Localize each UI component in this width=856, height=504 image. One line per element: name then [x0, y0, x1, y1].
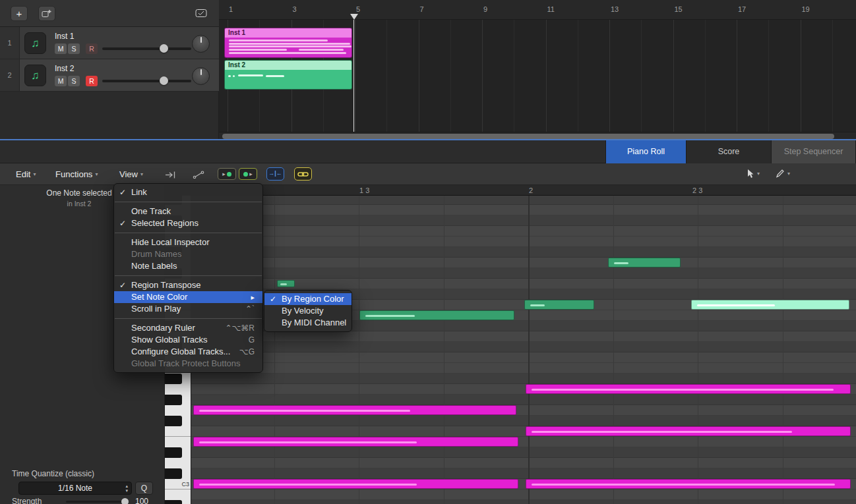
volume-slider-knob[interactable]: [160, 76, 168, 85]
pan-knob[interactable]: [192, 35, 210, 53]
pointer-tool-button[interactable]: ▾: [747, 169, 760, 179]
midi-region[interactable]: Inst 2: [224, 60, 352, 90]
black-key[interactable]: [165, 416, 191, 426]
menu-shortcut: G: [249, 334, 255, 346]
bar-number: 13: [611, 5, 619, 13]
stepper-icon[interactable]: ▴▾: [125, 484, 128, 493]
volume-slider[interactable]: [102, 80, 191, 82]
menu-item-by-region-color[interactable]: ✓By Region Color: [264, 293, 352, 305]
tab-piano-roll[interactable]: Piano Roll: [605, 140, 686, 163]
catch-playhead-icon[interactable]: [165, 170, 177, 182]
track-row-inst1[interactable]: 1 ♫ Inst 1 M S R: [0, 27, 219, 59]
menu-item-configure-global-tracks[interactable]: Configure Global Tracks...⌥G: [114, 346, 262, 358]
menu-item-by-velocity[interactable]: By Velocity: [264, 305, 352, 317]
track-row-inst2[interactable]: 2 ♫ Inst 2 M S R: [0, 59, 219, 92]
midi-note[interactable]: [193, 437, 518, 447]
edit-menu-button[interactable]: Edit▾: [16, 168, 36, 181]
scrollbar-handle[interactable]: [222, 134, 834, 139]
region-header[interactable]: Inst 1: [225, 28, 352, 38]
menu-item-label: Show Global Tracks: [131, 334, 208, 346]
menu-item-drum-names[interactable]: Drum Names: [114, 248, 262, 260]
midi-out-arrow-icon: ▸: [249, 171, 253, 177]
midi-note[interactable]: [526, 426, 851, 436]
bar-gridline: [419, 20, 419, 132]
playhead-marker[interactable]: [350, 14, 358, 20]
white-key[interactable]: C3: [165, 479, 191, 490]
mute-button[interactable]: M: [55, 76, 67, 86]
menu-item-link[interactable]: ✓Link: [114, 186, 262, 198]
record-enable-button[interactable]: R: [86, 43, 98, 54]
midi-note[interactable]: [691, 300, 849, 310]
white-key[interactable]: [165, 405, 191, 416]
black-key[interactable]: [165, 395, 191, 405]
piano-roll-ruler[interactable]: 1 322 3: [165, 185, 856, 196]
volume-slider[interactable]: [102, 47, 191, 50]
menu-item-label: One Track: [131, 206, 171, 217]
track-name[interactable]: Inst 1: [55, 32, 74, 41]
midi-in-toggle[interactable]: →|←: [266, 167, 284, 181]
velocity-line: [532, 431, 792, 433]
pan-knob[interactable]: [192, 67, 210, 85]
menu-item-global-track-protect-buttons[interactable]: Global Track Protect Buttons: [114, 358, 262, 370]
pencil-tool-button[interactable]: ▾: [776, 169, 790, 178]
midi-note[interactable]: [193, 405, 516, 415]
tab-score[interactable]: Score: [686, 140, 771, 163]
midi-note[interactable]: [524, 300, 594, 310]
midi-note[interactable]: [526, 479, 851, 489]
midi-out-indicator[interactable]: ▸: [239, 168, 257, 180]
midi-in-indicator[interactable]: ▸: [218, 168, 236, 180]
white-key[interactable]: [165, 458, 191, 468]
menu-item-selected-regions[interactable]: ✓Selected Regions: [114, 217, 262, 229]
automation-curve-icon[interactable]: [193, 170, 205, 182]
midi-note[interactable]: [359, 310, 514, 320]
menu-item-by-midi-channel[interactable]: By MIDI Channel: [264, 317, 352, 329]
record-enable-button[interactable]: R: [86, 76, 98, 86]
add-track-button[interactable]: +: [11, 6, 28, 21]
white-key[interactable]: [165, 426, 191, 437]
quantize-apply-button[interactable]: Q: [135, 482, 153, 495]
menu-item-region-transpose[interactable]: ✓Region Transpose: [114, 279, 262, 291]
link-mode-toggle[interactable]: [294, 167, 312, 181]
white-key[interactable]: [165, 437, 191, 447]
black-key[interactable]: [165, 447, 191, 458]
mute-button[interactable]: M: [55, 43, 67, 54]
white-key[interactable]: [165, 490, 191, 500]
menu-item-show-global-tracks[interactable]: Show Global TracksG: [114, 334, 262, 346]
tab-step-sequencer[interactable]: Step Sequencer: [771, 140, 856, 163]
solo-button[interactable]: S: [68, 76, 80, 86]
black-key[interactable]: [165, 500, 191, 504]
strength-slider[interactable]: [66, 501, 127, 503]
track-header-config-button[interactable]: [193, 7, 210, 20]
volume-slider-knob[interactable]: [160, 44, 168, 53]
grid-row: [191, 226, 856, 237]
menu-item-set-note-color[interactable]: Set Note Color▸: [114, 291, 262, 303]
bar-ruler[interactable]: 135791113151719: [219, 0, 856, 20]
menu-item-note-labels[interactable]: Note Labels: [114, 260, 262, 272]
strength-slider-knob[interactable]: [121, 498, 129, 504]
duplicate-track-button[interactable]: [38, 6, 55, 21]
piano-roll-grid[interactable]: [191, 194, 856, 504]
black-key[interactable]: [165, 468, 191, 479]
functions-menu-button[interactable]: Functions▾: [55, 168, 98, 181]
midi-note[interactable]: [526, 384, 851, 394]
quantize-value-select[interactable]: 1/16 Note ▴▾: [18, 482, 132, 495]
menu-item-hide-local-inspector[interactable]: Hide Local Inspector: [114, 237, 262, 248]
solo-button[interactable]: S: [68, 43, 80, 54]
view-menu-button[interactable]: View▾: [119, 168, 143, 181]
midi-note[interactable]: [608, 258, 681, 267]
track-name[interactable]: Inst 2: [55, 64, 74, 73]
menu-item-one-track[interactable]: One Track: [114, 206, 262, 217]
white-key[interactable]: [165, 384, 191, 395]
arrange-grid[interactable]: Inst 1Inst 2: [219, 20, 856, 132]
menu-item-secondary-ruler[interactable]: Secondary Ruler⌃⌥⌘R: [114, 322, 262, 334]
midi-region[interactable]: Inst 1: [224, 28, 352, 58]
black-key-cap: [165, 468, 182, 479]
menu-item-label: Set Note Color: [131, 291, 187, 303]
midi-note[interactable]: [193, 479, 518, 489]
black-key[interactable]: [165, 374, 191, 384]
region-header[interactable]: Inst 2: [225, 61, 352, 70]
menu-item-label: Secondary Ruler: [131, 322, 195, 334]
menu-item-scroll-in-play[interactable]: Scroll in Play⌃`: [114, 303, 262, 315]
midi-note[interactable]: [277, 280, 295, 287]
menu-item-label: Note Labels: [131, 260, 177, 272]
